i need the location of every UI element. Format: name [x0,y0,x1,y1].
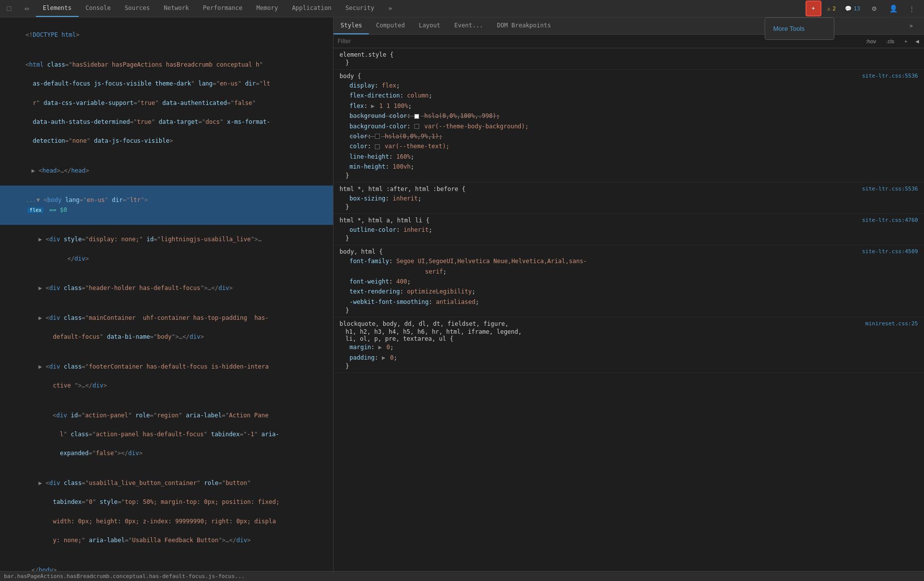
style-block-body: body { site-ltr.css:5536 display: flex; … [334,70,924,183]
html-lightningjs: ▶ <div style="display: none;" id="lightn… [0,225,333,274]
prop-margin: margin: ▶ 0; [340,342,918,352]
prop-outline-color: outline-color: inherit; [340,225,918,235]
tab-memory[interactable]: Memory [249,0,285,17]
inspect-icon[interactable]: ⬚ [1,0,17,16]
tab-network[interactable]: Network [157,0,196,17]
body-closing-brace: } [340,172,918,179]
reset-closing: } [340,363,918,370]
color-swatch-dark[interactable] [414,124,419,129]
style-selector: element.style { [340,51,918,58]
prop-font-family: font-family: Segoe UI,SegoeUI,Helvetica … [340,256,918,277]
add-panel-button[interactable]: + [806,0,821,16]
devtools-tab-bar: ⬚ ▭ Elements Console Sources Network Per… [0,0,924,17]
bottom-status-bar: bar.hasPageActions.hasBreadcrumb.concept… [0,571,924,581]
prop-line-height: line-height: 160%; [340,152,918,162]
tab-layout[interactable]: Layout [412,17,447,34]
prop-bg-color: background-color: var(--theme-body-backg… [340,121,918,131]
prop-padding: padding: ▶ 0; [340,353,918,363]
style-block-element: element.style { } [334,48,924,70]
breadcrumb-path: bar.hasPageActions.hasBreadcrumb.concept… [4,573,244,580]
reset-selector-cont2: li, ol, p, pre, textarea, ul { [340,335,918,342]
prop-color-strikethrough: color: hsla(0,0%,9%,1); [340,131,918,141]
elements-panel[interactable]: <!DOCTYPE html> <html class="hasSidebar … [0,17,334,571]
info-badge-button[interactable]: 💬 13 [841,4,864,13]
prop-box-sizing: box-sizing: inherit; [340,194,918,203]
html-action-panel: <div id="action-panel" role="region" ari… [0,400,333,468]
style-block-html-a-li: html *, html a, html li { site-ltr.css:4… [334,214,924,245]
style-block-body-html: body, html { site-ltr.css:4509 font-fami… [334,245,924,317]
prop-display: display: flex; [340,81,918,91]
body-selector: body { site-ltr.css:5536 [340,73,918,80]
add-style-button[interactable]: + [901,37,910,45]
prop-bg-color-strikethrough: background-color: hsla(0,0%,100%,.998); [340,111,918,121]
info-icon: 💬 [845,5,852,12]
prop-font-weight: font-weight: 400; [340,277,918,287]
tab-event-listeners[interactable]: Event... [448,17,490,34]
color-swatch-white[interactable] [414,114,419,119]
warning-badge-button[interactable]: ⚠ 2 [823,4,840,13]
tab-elements[interactable]: Elements [36,0,79,17]
tab-computed[interactable]: Computed [369,17,412,34]
tab-performance[interactable]: Performance [196,0,249,17]
tab-security[interactable]: Security [339,0,381,17]
html-head: ▶ <head>…</head> [0,156,333,186]
prop-text-rendering: text-rendering: optimizeLegibility; [340,287,918,296]
html-doctype: <!DOCTYPE html> [0,20,333,50]
html-main-container: ▶ <div class="mainContainer uhf-containe… [0,303,333,352]
html-header-holder: ▶ <div class="header-holder has-default-… [0,274,333,303]
styles-content[interactable]: element.style { } body { site-ltr.css:55… [334,48,924,571]
reset-selector-cont: h1, h2, h3, h4, h5, h6, hr, html, iframe… [340,328,918,335]
tabs-right-controls: + ⚠ 2 💬 13 ⚙ 👤 ⋮ [805,0,924,17]
prop-flex: flex: ▶ 1 1 100%; [340,101,918,111]
tab-console[interactable]: Console [79,0,118,17]
collapse-styles-icon[interactable]: ◀ [915,37,920,46]
body-html-source[interactable]: site-ltr.css:4509 [862,248,918,255]
prop-webkit-font-smoothing: -webkit-font-smoothing: antialiased; [340,297,918,307]
more-options-icon[interactable]: ⋮ [904,0,920,16]
hov-button[interactable]: :hov [863,37,879,45]
filter-bar: :hov .cls + ◀ [334,35,924,48]
tab-sources[interactable]: Sources [117,0,157,17]
styles-panel: Styles Computed Layout Event... DOM Brea… [334,17,924,571]
html-a-li-source[interactable]: site-ltr.css:4760 [862,217,918,223]
html-footer-container: ▶ <div class="footerContainer has-defaul… [0,352,333,400]
main-content: <!DOCTYPE html> <html class="hasSidebar … [0,17,924,571]
right-tabs-more-icon[interactable]: » [903,18,919,34]
html-element: <html class="hasSidebar hasPageActions h… [0,50,333,156]
warning-icon: ⚠ [827,5,831,12]
settings-icon[interactable]: ⚙ [866,0,882,16]
tab-dom-breakpoints[interactable]: DOM Breakpoints [490,17,558,34]
body-html-closing: } [340,307,918,314]
html-after-before-source[interactable]: site-ltr.css:5536 [862,186,918,192]
color-swatch-theme[interactable] [375,144,380,149]
color-swatch-near-black[interactable] [375,134,380,139]
tab-styles[interactable]: Styles [334,17,369,34]
prop-color: color: var(--theme-text); [340,141,918,151]
style-block-reset: blockquote, body, dd, dl, dt, fieldset, … [334,317,924,373]
body-html-selector: body, html { site-ltr.css:4509 [340,248,918,255]
body-source-link[interactable]: site-ltr.css:5536 [862,73,918,79]
right-tabs-overflow: » [902,17,924,34]
style-block-html-after-before: html *, html :after, html :before { site… [334,183,924,214]
html-after-before-closing: } [340,203,918,210]
right-panel-tabs: Styles Computed Layout Event... DOM Brea… [334,17,924,35]
cls-button[interactable]: .cls [883,37,898,45]
html-body-selected[interactable]: ...▼ <body lang="en-us" dir="ltr"> flex … [0,186,333,225]
prop-flex-direction: flex-direction: column; [340,91,918,100]
reset-source[interactable]: minireset.css:25 [865,320,918,327]
prop-min-height: min-height: 100vh; [340,162,918,172]
tab-application[interactable]: Application [285,0,338,17]
device-icon[interactable]: ▭ [19,0,35,16]
more-tools-dropdown: More Tools [765,17,834,40]
html-body-close: </body> [0,555,333,571]
more-tabs-icon[interactable]: » [382,0,398,16]
html-a-li-closing: } [340,235,918,242]
user-icon[interactable]: 👤 [885,0,901,16]
html-after-before-selector: html *, html :after, html :before { site… [340,186,918,193]
html-usabilla: ▶ <div class="usabilla_live_button_conta… [0,469,333,556]
reset-selector: blockquote, body, dd, dl, dt, fieldset, … [340,320,918,327]
style-closing-brace: } [340,59,918,66]
html-a-li-selector: html *, html a, html li { site-ltr.css:4… [340,217,918,224]
more-tools-item[interactable]: More Tools [765,21,834,36]
